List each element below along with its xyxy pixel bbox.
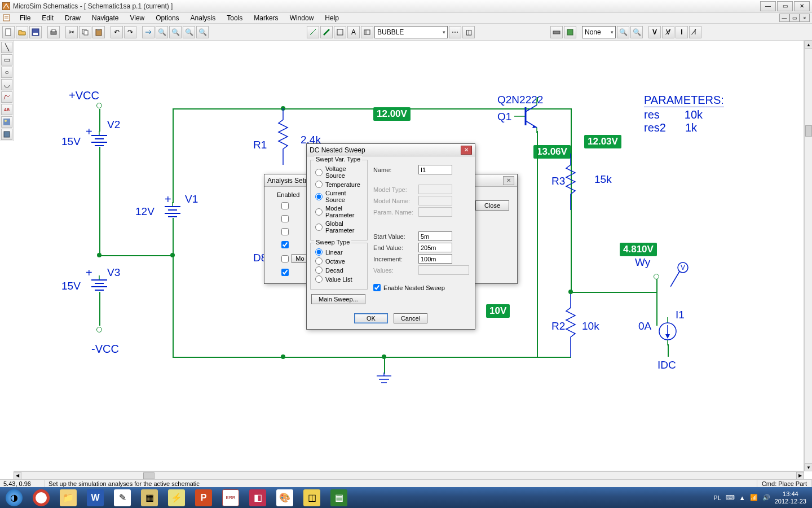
draw-bus-icon[interactable]: [320, 26, 333, 38]
radio-value-list[interactable]: [315, 275, 323, 283]
menu-draw[interactable]: Draw: [59, 13, 86, 23]
taskbar-explorer[interactable]: 📁: [55, 488, 81, 508]
radio-decade[interactable]: [315, 266, 323, 274]
radio-temperature[interactable]: [315, 181, 323, 188]
paste-icon[interactable]: [92, 26, 105, 38]
menu-navigate[interactable]: Navigate: [86, 13, 124, 23]
part-name-combo[interactable]: BUBBLE: [374, 26, 448, 38]
menu-options[interactable]: Options: [150, 13, 184, 23]
minimize-button[interactable]: —: [760, 1, 776, 11]
mdi-minimize[interactable]: —: [779, 14, 789, 22]
tool-poly-icon[interactable]: [1, 91, 12, 103]
enable-nested-checkbox[interactable]: [373, 284, 381, 291]
voltage-marker-icon[interactable]: V: [648, 26, 661, 38]
taskbar-powerpoint[interactable]: P: [191, 488, 217, 508]
taskbar-paint[interactable]: 🎨: [272, 488, 298, 508]
taskbar-app4[interactable]: ◫: [299, 488, 325, 508]
tool-rect-icon[interactable]: ▭: [1, 54, 12, 65]
redo-icon[interactable]: ↷: [124, 26, 136, 38]
main-sweep-button[interactable]: Main Sweep...: [311, 294, 365, 304]
tool-text-icon[interactable]: AB: [1, 104, 12, 115]
tool-arc-icon[interactable]: ◡: [1, 79, 12, 90]
radio-global-parameter[interactable]: [315, 224, 323, 231]
name-input[interactable]: [418, 165, 452, 174]
draw-wire-icon[interactable]: [307, 26, 319, 38]
start-input[interactable]: [418, 231, 452, 241]
tool-image-icon[interactable]: [1, 116, 12, 128]
copy-icon[interactable]: [79, 26, 91, 38]
menu-help[interactable]: Help: [319, 13, 345, 23]
simulate-icon[interactable]: [564, 26, 576, 38]
close-button[interactable]: ✕: [794, 1, 810, 11]
print-icon[interactable]: [47, 26, 60, 38]
setup-icon[interactable]: [550, 26, 563, 38]
new-icon[interactable]: [2, 26, 15, 38]
ok-button[interactable]: OK: [354, 313, 388, 323]
tray-network-icon[interactable]: 📶: [750, 494, 758, 501]
menu-file[interactable]: File: [14, 13, 36, 23]
zoom-in-icon[interactable]: 🔍: [156, 26, 168, 38]
enabled-check-1[interactable]: [281, 215, 289, 222]
mdi-restore[interactable]: ▭: [789, 14, 800, 22]
start-button[interactable]: ◑: [1, 488, 27, 508]
tool-line-icon[interactable]: ╲: [1, 42, 12, 53]
zoom-out-icon[interactable]: 🔍: [169, 26, 182, 38]
taskbar-app5[interactable]: ▤: [326, 488, 352, 508]
undo-icon[interactable]: ↶: [111, 26, 123, 38]
cut-icon[interactable]: ✂: [65, 26, 78, 38]
taskbar-app1[interactable]: ▦: [136, 488, 162, 508]
current-off-icon[interactable]: I̸: [689, 26, 701, 38]
end-input[interactable]: [418, 243, 452, 252]
tool-circle-icon[interactable]: ○: [1, 67, 12, 78]
mdi-close[interactable]: ×: [800, 14, 810, 22]
analysis-setup-close-icon[interactable]: ✕: [503, 176, 514, 185]
redraw-icon[interactable]: [142, 26, 155, 38]
marker-i-icon[interactable]: 🔍: [630, 26, 643, 38]
radio-linear[interactable]: [315, 248, 323, 256]
vertical-scrollbar[interactable]: ▲▼: [804, 41, 812, 471]
zoom-fit-icon[interactable]: 🔍: [196, 26, 209, 38]
taskbar-error[interactable]: ERR: [218, 488, 244, 508]
enabled-check-5[interactable]: [281, 269, 289, 276]
menu-window[interactable]: Window: [284, 13, 320, 23]
radio-octave[interactable]: [315, 257, 323, 265]
enabled-check-2[interactable]: [281, 228, 289, 235]
radio-current-source[interactable]: [315, 193, 323, 200]
zoom-area-icon[interactable]: 🔍: [183, 26, 195, 38]
menu-analysis[interactable]: Analysis: [185, 13, 222, 23]
menu-view[interactable]: View: [124, 13, 150, 23]
marker-combo[interactable]: None: [582, 26, 616, 38]
edit-attr-icon[interactable]: ⋯: [449, 26, 461, 38]
enabled-check-4[interactable]: [281, 255, 289, 262]
current-marker-icon[interactable]: I: [676, 26, 688, 38]
voltage-off-icon[interactable]: V̸: [662, 26, 674, 38]
edit-sym-icon[interactable]: ◫: [462, 26, 475, 38]
save-icon[interactable]: [29, 26, 42, 38]
analysis-close-button[interactable]: Close: [475, 200, 509, 211]
taskbar-notepad[interactable]: ✎: [109, 488, 135, 508]
draw-block-icon[interactable]: [334, 26, 346, 38]
menu-edit[interactable]: Edit: [36, 13, 59, 23]
tray-volume-icon[interactable]: 🔊: [762, 494, 770, 501]
draw-text-icon[interactable]: A: [347, 26, 360, 38]
menu-tools[interactable]: Tools: [221, 13, 248, 23]
increment-input[interactable]: [418, 254, 452, 264]
marker-v-icon[interactable]: 🔍: [617, 26, 629, 38]
taskbar-app3[interactable]: ◧: [245, 488, 271, 508]
radio-voltage-source[interactable]: [315, 169, 323, 176]
maximize-button[interactable]: ▭: [777, 1, 793, 11]
tray-flag-icon[interactable]: ▲: [739, 494, 745, 501]
sweep-close-icon[interactable]: ✕: [461, 146, 472, 155]
taskbar-word[interactable]: W: [82, 488, 108, 508]
tray-lang[interactable]: PL: [713, 494, 721, 501]
tray-keyboard-icon[interactable]: ⌨: [726, 494, 735, 501]
taskbar-chrome[interactable]: [28, 488, 54, 508]
enabled-check-0[interactable]: [281, 202, 289, 209]
get-part-icon[interactable]: [361, 26, 373, 38]
cancel-button[interactable]: Cancel: [394, 313, 427, 323]
taskbar-app2[interactable]: ⚡: [164, 488, 189, 508]
sweep-titlebar[interactable]: DC Nested Sweep ✕: [307, 144, 475, 156]
radio-model-parameter[interactable]: [315, 208, 323, 216]
tool-insert-icon[interactable]: [1, 129, 12, 140]
tray-clock[interactable]: 13:44 2012-12-23: [775, 491, 806, 504]
